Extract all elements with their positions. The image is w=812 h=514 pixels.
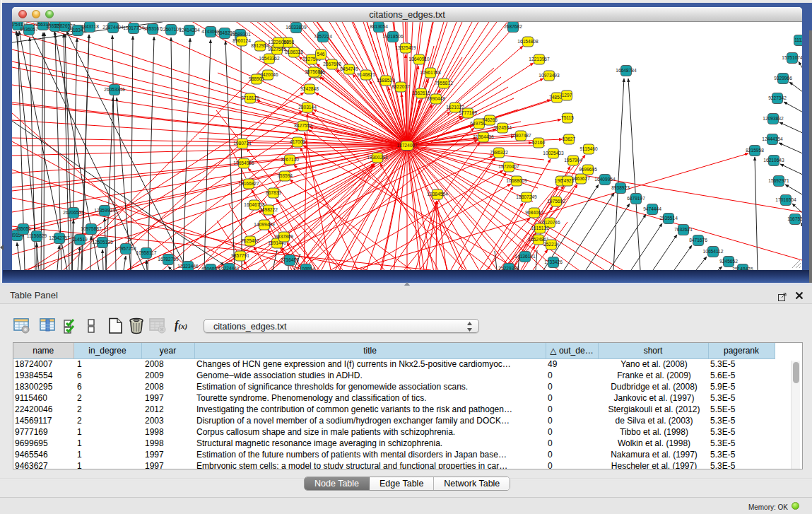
svg-text:1588520: 1588520 — [377, 78, 395, 83]
svg-text:8960124: 8960124 — [233, 38, 251, 43]
svg-text:9084067: 9084067 — [525, 210, 543, 215]
svg-text:8990448: 8990448 — [427, 96, 445, 101]
svg-text:12414394: 12414394 — [179, 28, 200, 33]
svg-text:75115: 75115 — [561, 115, 574, 120]
svg-text:19300293: 19300293 — [367, 155, 388, 160]
svg-text:7632621: 7632621 — [674, 227, 693, 232]
svg-text:12093832: 12093832 — [763, 116, 784, 121]
svg-text:116753: 116753 — [787, 216, 802, 221]
svg-text:10688609: 10688609 — [506, 178, 527, 183]
svg-text:417006: 417006 — [290, 139, 305, 144]
svg-text:9242848: 9242848 — [300, 86, 319, 91]
svg-text:2867608: 2867608 — [323, 62, 341, 66]
svg-text:16033809: 16033809 — [286, 25, 307, 30]
svg-text:12942757: 12942757 — [49, 235, 70, 240]
svg-text:9245652: 9245652 — [719, 259, 738, 264]
svg-text:1362615: 1362615 — [412, 90, 430, 95]
svg-text:10025433: 10025433 — [543, 151, 564, 156]
svg-text:26206535: 26206535 — [63, 210, 84, 215]
svg-text:435051: 435051 — [16, 226, 31, 231]
svg-text:19218506: 19218506 — [382, 34, 404, 39]
svg-text:7955812: 7955812 — [435, 81, 453, 86]
svg-text:13325419: 13325419 — [395, 45, 416, 50]
svg-text:16409954: 16409954 — [594, 177, 616, 182]
svg-text:10654112: 10654112 — [703, 249, 724, 254]
svg-text:19166827: 19166827 — [238, 181, 259, 186]
svg-text:8938923: 8938923 — [611, 185, 630, 190]
svg-text:3498222: 3498222 — [259, 207, 278, 212]
svg-text:1957904: 1957904 — [564, 158, 582, 163]
svg-text:10807487: 10807487 — [510, 133, 531, 138]
svg-text:2935514: 2935514 — [659, 216, 678, 221]
svg-text:16648784: 16648784 — [616, 68, 637, 73]
svg-text:252214: 252214 — [543, 242, 559, 247]
svg-text:753594: 753594 — [277, 173, 293, 178]
svg-text:1621022: 1621022 — [446, 105, 464, 110]
svg-text:8186328: 8186328 — [285, 49, 303, 54]
svg-text:1297: 1297 — [562, 93, 572, 98]
svg-text:9777169: 9777169 — [459, 110, 477, 115]
svg-text:12213967: 12213967 — [529, 57, 550, 62]
svg-text:10958117: 10958117 — [136, 250, 157, 255]
svg-text:12323446: 12323446 — [177, 264, 199, 269]
svg-text:13226058: 13226058 — [268, 40, 289, 45]
svg-text:16046738: 16046738 — [244, 202, 265, 207]
svg-text:1112: 1112 — [794, 37, 802, 42]
svg-text:9857791: 9857791 — [231, 253, 249, 258]
svg-text:62160: 62160 — [532, 140, 546, 145]
svg-text:867833: 867833 — [266, 190, 281, 195]
svg-text:16543362: 16543362 — [259, 56, 280, 61]
svg-text:8813054: 8813054 — [370, 24, 388, 29]
svg-text:8912954: 8912954 — [251, 43, 269, 48]
svg-text:4843718: 4843718 — [81, 24, 99, 29]
svg-text:10961758: 10961758 — [420, 70, 441, 75]
svg-text:26053346: 26053346 — [104, 87, 125, 92]
svg-text:10975887: 10975887 — [81, 226, 102, 231]
svg-text:19654985: 19654985 — [233, 160, 254, 165]
svg-text:21364436: 21364436 — [473, 134, 494, 139]
svg-text:3267130: 3267130 — [281, 157, 299, 162]
svg-text:23874404: 23874404 — [102, 25, 124, 30]
svg-text:9329966: 9329966 — [774, 76, 792, 81]
svg-text:9436057: 9436057 — [20, 27, 38, 32]
svg-text:8454749: 8454749 — [340, 66, 358, 71]
svg-text:14099489: 14099489 — [254, 222, 275, 227]
svg-text:12444154: 12444154 — [762, 136, 783, 141]
svg-text:18640910: 18640910 — [408, 57, 430, 62]
svg-text:12505135: 12505135 — [92, 240, 113, 245]
svg-text:3716485: 3716485 — [281, 257, 299, 262]
svg-text:8427552: 8427552 — [294, 123, 312, 128]
svg-text:114519: 114519 — [72, 237, 88, 242]
svg-text:546: 546 — [317, 52, 324, 57]
svg-text:10973493: 10973493 — [539, 73, 560, 78]
svg-text:1733426: 1733426 — [544, 259, 563, 264]
svg-text:6879197: 6879197 — [627, 196, 645, 201]
svg-text:9699695: 9699695 — [579, 167, 597, 172]
svg-text:18724007: 18724007 — [396, 143, 418, 148]
svg-text:9146821: 9146821 — [357, 72, 375, 77]
svg-text:17016504: 17016504 — [775, 197, 796, 202]
svg-text:8215958: 8215958 — [746, 148, 764, 153]
svg-text:746266: 746266 — [482, 117, 498, 122]
svg-text:7357224: 7357224 — [314, 34, 332, 39]
svg-text:16782759: 16782759 — [158, 257, 179, 262]
svg-text:988901: 988901 — [249, 76, 264, 81]
svg-text:3875685: 3875685 — [305, 69, 323, 74]
svg-text:1975692: 1975692 — [547, 199, 565, 204]
svg-text:9115460: 9115460 — [579, 146, 598, 151]
svg-text:9227342: 9227342 — [768, 95, 787, 100]
svg-text:16154808: 16154808 — [517, 39, 539, 44]
svg-text:7625402: 7625402 — [241, 238, 259, 243]
svg-text:53627: 53627 — [563, 136, 576, 141]
svg-text:19384554: 19384554 — [427, 192, 448, 197]
svg-text:3624534: 3624534 — [493, 125, 512, 130]
svg-text:1080731: 1080731 — [233, 141, 252, 146]
svg-text:15692971: 15692971 — [768, 178, 789, 183]
svg-text:16210643: 16210643 — [763, 158, 784, 163]
svg-text:8322037: 8322037 — [392, 84, 410, 89]
svg-text:9837869: 9837869 — [275, 234, 293, 239]
svg-text:11156829: 11156829 — [27, 233, 47, 238]
svg-text:9953167: 9953167 — [143, 26, 162, 31]
svg-text:7986322: 7986322 — [490, 150, 508, 155]
svg-text:8471676: 8471676 — [689, 238, 707, 243]
